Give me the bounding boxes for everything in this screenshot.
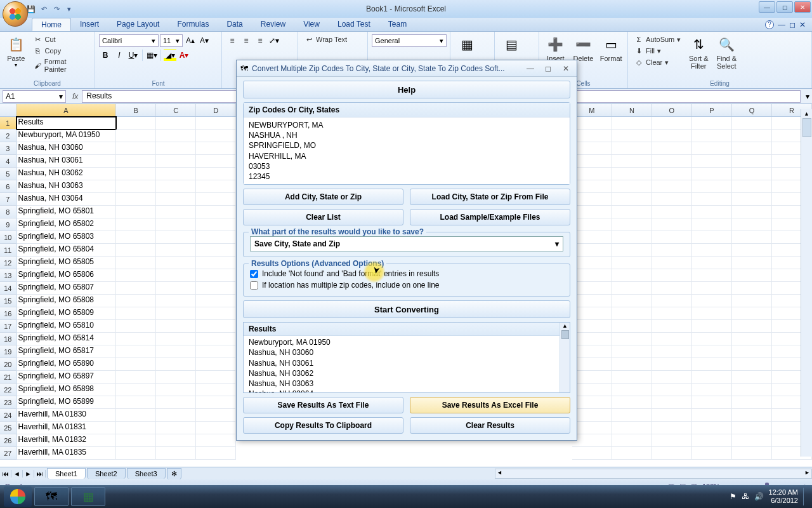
cell[interactable] <box>652 371 692 384</box>
help-icon[interactable]: ? <box>765 20 774 29</box>
row-header[interactable]: 22 <box>0 384 16 396</box>
cell[interactable] <box>116 269 156 282</box>
checkbox-include-notfound[interactable]: Include 'Not found' and 'Bad format' ent… <box>250 268 563 279</box>
qat-more-icon[interactable]: ▾ <box>63 3 75 15</box>
cell[interactable] <box>116 422 156 434</box>
cell[interactable] <box>572 142 612 155</box>
clear-results-button[interactable]: Clear Results <box>410 417 570 434</box>
cell[interactable] <box>652 155 692 168</box>
cell[interactable] <box>652 180 692 193</box>
minimize-button[interactable]: — <box>759 1 775 13</box>
cell[interactable] <box>732 447 772 460</box>
cell[interactable] <box>692 371 732 384</box>
tab-home[interactable]: Home <box>32 18 71 31</box>
cell[interactable] <box>692 434 732 447</box>
cell[interactable] <box>116 371 156 384</box>
cell[interactable] <box>732 307 772 320</box>
cell[interactable] <box>612 193 652 206</box>
cell[interactable] <box>652 193 692 206</box>
cell[interactable] <box>732 358 772 371</box>
cell[interactable] <box>612 269 652 282</box>
cell[interactable] <box>572 269 612 282</box>
col-header[interactable]: A <box>16 104 117 116</box>
cell[interactable] <box>156 307 196 320</box>
cell[interactable] <box>612 345 652 358</box>
cell[interactable] <box>156 384 196 396</box>
tab-insert[interactable]: Insert <box>71 18 108 31</box>
cell[interactable] <box>612 434 652 447</box>
grow-font-button[interactable]: A▴ <box>184 34 197 47</box>
close-button[interactable]: ✕ <box>794 1 811 13</box>
add-city-button[interactable]: Add City, State or Zip <box>243 189 403 205</box>
cell[interactable] <box>732 257 772 269</box>
cell[interactable] <box>732 193 772 206</box>
cell[interactable] <box>196 447 236 460</box>
row-header[interactable]: 5 <box>0 168 16 180</box>
cell[interactable] <box>692 168 732 180</box>
cell[interactable] <box>572 333 612 345</box>
cell[interactable] <box>732 231 772 244</box>
number-format-combo[interactable]: General▾ <box>372 34 447 47</box>
cell[interactable]: Nashua, NH 03064 <box>16 193 117 206</box>
cell[interactable] <box>652 117 692 130</box>
cell[interactable] <box>196 155 236 168</box>
cell[interactable] <box>732 384 772 396</box>
cell[interactable] <box>116 333 156 345</box>
cell[interactable] <box>116 320 156 333</box>
cell[interactable] <box>156 244 196 257</box>
cell[interactable] <box>116 358 156 371</box>
sheet-tab[interactable]: Sheet2 <box>87 468 126 479</box>
cell[interactable] <box>692 244 732 257</box>
row-header[interactable]: 14 <box>0 282 16 295</box>
sheet-tab[interactable]: Sheet1 <box>47 468 86 479</box>
cell[interactable] <box>732 269 772 282</box>
cell[interactable] <box>156 333 196 345</box>
cell[interactable] <box>156 180 196 193</box>
align-top-button[interactable]: ≡ <box>226 34 239 47</box>
cell[interactable] <box>732 155 772 168</box>
cell[interactable] <box>116 257 156 269</box>
row-header[interactable]: 11 <box>0 244 16 257</box>
horizontal-scrollbar[interactable] <box>495 469 812 479</box>
cut-button[interactable]: ✂Cut <box>30 34 91 44</box>
cell[interactable] <box>196 434 236 447</box>
cell[interactable] <box>156 371 196 384</box>
cell[interactable]: Haverhill, MA 01831 <box>16 422 117 434</box>
cell[interactable] <box>196 193 236 206</box>
find-select-button[interactable]: 🔍Find & Select <box>714 34 739 71</box>
clear-list-button[interactable]: Clear List <box>243 209 403 225</box>
align-mid-button[interactable]: ≡ <box>240 34 252 47</box>
paste-button[interactable]: 📋 Paste ▾ <box>4 34 28 69</box>
cell[interactable] <box>572 117 612 130</box>
cell[interactable] <box>196 345 236 358</box>
cell[interactable] <box>732 333 772 345</box>
cell[interactable] <box>572 244 612 257</box>
row-header[interactable]: 10 <box>0 231 16 244</box>
cell[interactable] <box>612 244 652 257</box>
cell[interactable] <box>196 142 236 155</box>
orientation-button[interactable]: ⤢▾ <box>268 34 280 47</box>
sort-filter-button[interactable]: ⇅Sort & Filter <box>686 34 711 71</box>
cell[interactable] <box>652 396 692 409</box>
cell[interactable] <box>652 434 692 447</box>
cell[interactable] <box>732 180 772 193</box>
cell[interactable]: Haverhill, MA 01832 <box>16 434 117 447</box>
cell[interactable] <box>156 358 196 371</box>
cell[interactable] <box>572 282 612 295</box>
clear-button[interactable]: ◇Clear ▾ <box>632 57 683 67</box>
col-header[interactable]: D <box>196 104 236 116</box>
row-header[interactable]: 25 <box>0 422 16 434</box>
cell[interactable] <box>196 180 236 193</box>
cell[interactable] <box>612 384 652 396</box>
underline-button[interactable]: U▾ <box>127 49 140 62</box>
cell[interactable] <box>116 142 156 155</box>
name-box[interactable]: A1▾ <box>3 90 66 103</box>
cell[interactable] <box>572 447 612 460</box>
cell[interactable] <box>116 409 156 422</box>
row-header[interactable]: 21 <box>0 371 16 384</box>
cell[interactable] <box>116 180 156 193</box>
col-header[interactable]: Q <box>732 104 772 116</box>
font-name-combo[interactable]: Calibri▾ <box>99 34 159 47</box>
taskbar-app-excel[interactable]: ▦ <box>71 487 105 506</box>
cell[interactable] <box>652 282 692 295</box>
